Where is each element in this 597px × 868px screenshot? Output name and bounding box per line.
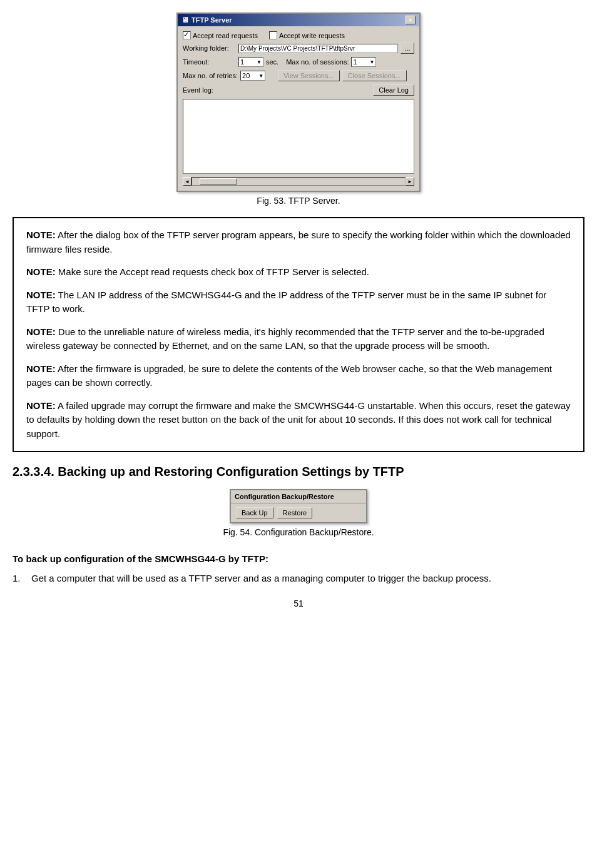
note-3: NOTE: The LAN IP address of the SMCWHSG4…	[26, 288, 571, 316]
timeout-unit: sec.	[266, 58, 278, 66]
dialog-titlebar: 🖥 TFTP Server ×	[178, 14, 419, 26]
max-sessions-label: Max no. of sessions:	[286, 58, 349, 66]
numbered-item-1: 1. Get a computer that will be used as a…	[13, 572, 584, 586]
view-sessions-button[interactable]: View Sessions...	[278, 70, 340, 81]
bottom-section: To back up configuration of the SMCWHSG4…	[13, 553, 584, 586]
accept-write-checkbox-group[interactable]: Accept write requests	[269, 31, 345, 39]
max-sessions-value: 1	[353, 58, 357, 66]
note-1-bold: NOTE:	[26, 230, 56, 240]
titlebar-left: 🖥 TFTP Server	[181, 16, 232, 24]
note-1: NOTE: After the dialog box of the TFTP s…	[26, 228, 571, 256]
note-5-text: After the firmware is upgraded, be sure …	[26, 363, 552, 388]
max-retries-value: 20	[242, 72, 250, 79]
max-retries-row: Max no. of retries: 20 ▼ View Sessions..…	[183, 70, 414, 81]
max-retries-label: Max no. of retries:	[183, 72, 238, 79]
scroll-left-button[interactable]: ◄	[183, 177, 191, 186]
note-2-text: Make sure the Accept read requests check…	[58, 266, 369, 277]
dialog-title: TFTP Server	[191, 16, 232, 24]
page-container: 🖥 TFTP Server × Accept read requests Acc…	[13, 13, 584, 608]
item-1-text: Get a computer that will be used as a TF…	[31, 572, 491, 586]
event-log-area	[183, 99, 414, 174]
config-backup-wrapper: Configuration Backup/Restore Back Up Res…	[13, 489, 584, 543]
config-backup-dialog: Configuration Backup/Restore Back Up Res…	[230, 489, 367, 523]
restore-button[interactable]: Restore	[277, 507, 313, 518]
dialog-body: Accept read requests Accept write reques…	[178, 26, 419, 191]
accept-row: Accept read requests Accept write reques…	[183, 31, 414, 39]
notes-section: NOTE: After the dialog box of the TFTP s…	[13, 217, 584, 452]
timeout-row: Timeout: 1 ▼ sec. Max no. of sessions: 1…	[183, 57, 414, 67]
fig53-caption: Fig. 53. TFTP Server.	[257, 196, 340, 206]
working-folder-label: Working folder:	[183, 44, 236, 52]
note-6: NOTE: A failed upgrade may corrupt the f…	[26, 399, 571, 442]
note-6-bold: NOTE:	[26, 400, 56, 411]
note-3-bold: NOTE:	[26, 290, 56, 300]
section-heading: 2.3.3.4. Backing up and Restoring Config…	[13, 465, 584, 479]
accept-read-checkbox-group[interactable]: Accept read requests	[183, 31, 258, 39]
backup-button[interactable]: Back Up	[236, 507, 273, 518]
accept-read-checkbox[interactable]	[183, 31, 191, 39]
tftp-dialog-wrapper: 🖥 TFTP Server × Accept read requests Acc…	[13, 13, 584, 212]
note-6-text: A failed upgrade may corrupt the firmwar…	[26, 400, 571, 439]
page-number: 51	[13, 598, 584, 608]
note-2: NOTE: Make sure the Accept read requests…	[26, 265, 571, 280]
timeout-value: 1	[240, 58, 244, 66]
horizontal-scrollbar[interactable]	[191, 177, 406, 186]
note-4: NOTE: Due to the unreliable nature of wi…	[26, 325, 571, 353]
timeout-dropdown-arrow: ▼	[257, 59, 262, 65]
close-sessions-button[interactable]: Close Sessions...	[342, 70, 407, 81]
config-dialog-titlebar: Configuration Backup/Restore	[231, 490, 366, 503]
working-folder-input[interactable]	[238, 44, 398, 53]
max-sessions-dropdown-arrow: ▼	[370, 59, 375, 65]
tftp-dialog: 🖥 TFTP Server × Accept read requests Acc…	[176, 13, 421, 192]
fig54-caption: Fig. 54. Configuration Backup/Restore.	[223, 527, 374, 537]
note-1-text: After the dialog box of the TFTP server …	[26, 230, 571, 255]
browse-button[interactable]: ...	[401, 43, 414, 54]
event-log-label: Event log:	[183, 86, 370, 94]
max-sessions-select[interactable]: 1 ▼	[351, 57, 376, 67]
timeout-select[interactable]: 1 ▼	[238, 57, 263, 67]
working-folder-row: Working folder: ...	[183, 43, 414, 54]
max-retries-dropdown-arrow: ▼	[258, 73, 263, 79]
clear-log-button[interactable]: Clear Log	[373, 84, 414, 96]
note-3-text: The LAN IP address of the SMCWHSG44-G an…	[26, 290, 546, 315]
accept-write-label: Accept write requests	[279, 32, 345, 39]
dialog-close-button[interactable]: ×	[406, 16, 416, 24]
scrollbar-row: ◄ ►	[183, 177, 414, 186]
note-4-text: Due to the unreliable nature of wireless…	[26, 326, 544, 351]
note-2-bold: NOTE:	[26, 266, 56, 277]
item-1-num: 1.	[13, 572, 25, 586]
note-5: NOTE: After the firmware is upgraded, be…	[26, 362, 571, 390]
accept-write-checkbox[interactable]	[269, 31, 277, 39]
note-5-bold: NOTE:	[26, 363, 56, 374]
dialog-title-icon: 🖥	[181, 16, 189, 24]
event-log-row: Event log: Clear Log	[183, 84, 414, 96]
scroll-right-button[interactable]: ►	[406, 177, 414, 186]
max-retries-select[interactable]: 20 ▼	[240, 71, 265, 81]
accept-read-label: Accept read requests	[193, 32, 258, 39]
config-dialog-body: Back Up Restore	[231, 503, 366, 522]
timeout-label: Timeout:	[183, 58, 236, 66]
scrollbar-thumb[interactable]	[200, 178, 237, 184]
note-4-bold: NOTE:	[26, 326, 56, 337]
sub-heading: To back up configuration of the SMCWHSG4…	[13, 553, 584, 564]
